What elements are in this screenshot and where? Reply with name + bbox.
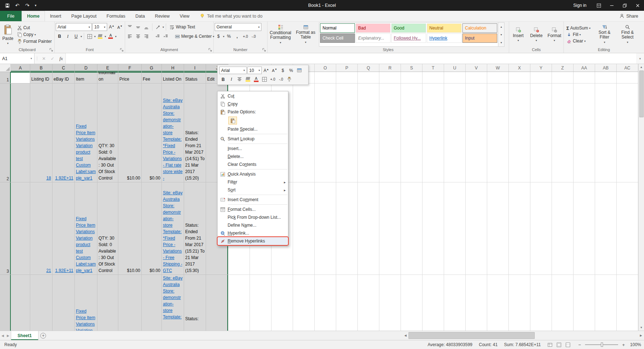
paste-option-keep-formatting-button[interactable] — [228, 117, 237, 124]
zoom-in-button[interactable]: + — [621, 342, 626, 348]
mini-bold-button[interactable]: B — [219, 76, 227, 83]
minimize-button[interactable] — [605, 0, 618, 11]
paste-dropdown-caret[interactable]: ▾ — [7, 42, 9, 45]
cell-U1[interactable] — [444, 72, 466, 83]
cell-Y2[interactable] — [530, 83, 552, 182]
gallery-up-button[interactable]: ▴ — [498, 23, 504, 31]
menu-item-filter[interactable]: Filter▸ — [218, 178, 288, 186]
cell-P2[interactable] — [336, 83, 358, 182]
cell-C2[interactable]: 1.92E+11 — [52, 83, 75, 182]
cell-T4[interactable] — [423, 275, 444, 331]
tab-view[interactable]: View — [175, 11, 195, 21]
cell-I2[interactable]: Status: Ended From 21 Mar 2017 (14:51) T… — [184, 83, 206, 182]
tab-review[interactable]: Review — [150, 11, 175, 21]
cell-X1[interactable] — [509, 72, 530, 83]
mini-percent-button[interactable]: % — [287, 67, 295, 74]
cell-Q3[interactable] — [358, 182, 379, 275]
cell-AA3[interactable] — [574, 182, 595, 275]
cell-V2[interactable] — [466, 83, 487, 182]
shrink-font-button[interactable]: A▼ — [116, 23, 124, 31]
cell-W2[interactable] — [487, 83, 509, 182]
cell-style-input[interactable]: Input — [462, 33, 497, 43]
menu-item-remove-hyperlinks[interactable]: Remove Hyperlinks — [218, 237, 288, 245]
cell-style-hyperlink[interactable]: Hyperlink — [427, 33, 462, 43]
cell-G2[interactable]: $0.00 — [142, 83, 162, 182]
mini-format-as-table-small-button[interactable] — [296, 67, 303, 74]
font-size-combo[interactable]: 10 ▾ — [92, 23, 107, 31]
insert-function-button[interactable]: fx — [57, 53, 65, 64]
mini-decimal-decrease-button[interactable]: -.0 — [277, 76, 285, 83]
cell-R2[interactable] — [379, 83, 401, 182]
cell-S4[interactable] — [401, 275, 423, 331]
orientation-button[interactable] — [154, 23, 162, 31]
column-header-AA[interactable]: AA — [574, 64, 595, 72]
cell-style-check-cell[interactable]: Check Cell — [320, 33, 355, 43]
cell-style-calculation[interactable]: Calculation — [462, 23, 497, 33]
scroll-down-icon[interactable]: ▼ — [639, 325, 644, 331]
undo-button[interactable]: ↶ — [12, 0, 22, 11]
mini-decimal-increase-button[interactable]: +.0 — [269, 76, 277, 83]
cell-D2[interactable]: Fixed Price Item Variations Variation pr… — [75, 83, 97, 182]
cell-style-neutral[interactable]: Neutral — [427, 23, 462, 33]
comma-style-button[interactable]: , — [233, 33, 241, 40]
enter-button[interactable]: ✓ — [48, 53, 57, 64]
cell-W3[interactable] — [487, 182, 509, 275]
cell-W1[interactable] — [487, 72, 509, 83]
delete-cells-button[interactable]: Delete ▾ — [528, 22, 544, 47]
cell-R3[interactable] — [379, 182, 401, 275]
wrap-text-button[interactable]: Wrap Text — [168, 24, 197, 30]
column-header-B[interactable]: B — [30, 64, 52, 72]
mini-format-painter-small-button[interactable] — [286, 76, 293, 83]
mini-accounting-button[interactable]: $ — [279, 67, 287, 74]
align-top-button[interactable] — [126, 23, 134, 31]
cell-AC2[interactable] — [617, 83, 638, 182]
column-header-AB[interactable]: AB — [595, 64, 617, 72]
sheet-tab-sheet1[interactable]: Sheet1 — [11, 331, 38, 340]
sort-filter-button[interactable]: Sort & Filter ▾ — [594, 22, 615, 47]
cell-D4[interactable]: Fixed Price Item Variations Variation pr… — [75, 275, 97, 331]
underline-caret[interactable]: ▾ — [81, 35, 82, 38]
cell-U2[interactable] — [444, 83, 466, 182]
sheet-nav-right-icon[interactable]: ▶ — [7, 334, 9, 337]
cell-M4[interactable] — [271, 275, 293, 331]
column-header-P[interactable]: P — [336, 64, 358, 72]
column-header-I[interactable]: I — [184, 64, 206, 72]
cell-D1[interactable]: Item — [75, 72, 97, 83]
cell-I1[interactable]: Status — [184, 72, 206, 83]
cell-I3[interactable]: Status: Ended From 21 Mar 2017 (15:21) T… — [184, 182, 206, 275]
cell-Y1[interactable] — [530, 72, 552, 83]
column-header-F[interactable]: F — [118, 64, 142, 72]
font-color-button[interactable]: A — [107, 33, 114, 40]
decrease-indent-button[interactable] — [154, 33, 161, 40]
sheet-nav-left-icon[interactable]: ◀ — [1, 334, 4, 337]
cell-O2[interactable] — [315, 83, 336, 182]
column-header-Q[interactable]: Q — [358, 64, 379, 72]
row-header-4[interactable]: 4 — [0, 275, 11, 331]
cell-AB3[interactable] — [595, 182, 617, 275]
cancel-button[interactable]: ✕ — [40, 53, 48, 64]
cell-O1[interactable] — [315, 72, 336, 83]
paste-button[interactable]: Paste ▾ — [1, 22, 15, 47]
gallery-more-button[interactable]: ▾ — [498, 38, 504, 46]
menu-item-insert[interactable]: Insert... — [218, 145, 288, 153]
menu-item-hyperlink[interactable]: Hyperlink... — [218, 229, 288, 237]
column-header-O[interactable]: O — [315, 64, 336, 72]
cell-C3[interactable]: 1.92E+11 — [52, 182, 75, 275]
mini-font-size-combo[interactable]: 10 ▾ — [247, 67, 262, 74]
cell-V3[interactable] — [466, 182, 487, 275]
cell-T3[interactable] — [423, 182, 444, 275]
cell-AA4[interactable] — [574, 275, 595, 331]
cell-B1[interactable]: Listing ID — [30, 72, 52, 83]
menu-item-copy[interactable]: Copy — [218, 100, 288, 108]
cell-B3[interactable]: 21 — [30, 182, 52, 275]
share-button[interactable]: Share — [613, 11, 644, 21]
copy-button[interactable]: Copy ▾ — [15, 32, 53, 38]
cell-T1[interactable] — [423, 72, 444, 83]
cell-F1[interactable]: Price — [118, 72, 142, 83]
menu-item-cut[interactable]: Cut — [218, 92, 288, 100]
cell-F2[interactable]: $10.00 — [118, 83, 142, 182]
align-center-button[interactable] — [134, 33, 142, 40]
name-box-splitter[interactable]: ⋮ — [35, 53, 40, 64]
zoom-out-button[interactable]: − — [577, 342, 582, 348]
menu-item-define-name[interactable]: Define Name... — [218, 221, 288, 229]
